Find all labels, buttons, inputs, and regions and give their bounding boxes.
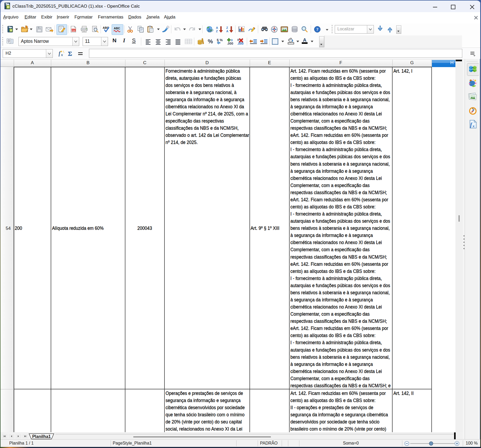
svg-text:Σ: Σ [68,50,72,57]
svg-text:x: x [472,124,475,128]
svg-text:.000: .000 [227,42,233,45]
svg-text:%: % [220,38,223,42]
svg-text:.000: .000 [237,42,244,45]
svg-text:?: ? [316,27,319,32]
svg-text:A: A [216,26,218,29]
svg-text:A: A [303,37,306,43]
svg-text:N: N [472,108,473,110]
svg-text:0: 0 [237,38,239,41]
svg-text:Z: Z [216,30,218,33]
svg-text:A: A [226,30,228,33]
svg-text:0: 0 [231,39,233,42]
svg-text:x: x [61,53,63,57]
svg-text:ABC: ABC [114,27,120,30]
svg-text:PDF: PDF [72,29,76,31]
svg-text:Z: Z [226,26,228,29]
